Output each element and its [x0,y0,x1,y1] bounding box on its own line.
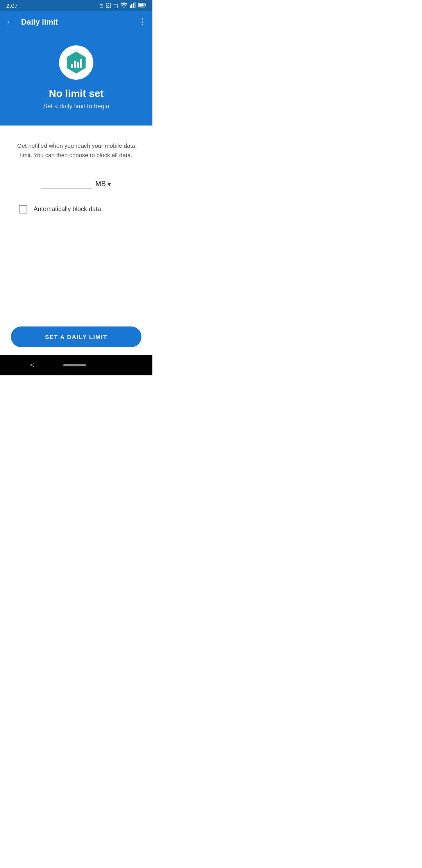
content-area: Get notified when you reach your mobile … [0,126,152,272]
set-daily-limit-button[interactable]: SET A DAILY LIMIT [11,326,141,347]
status-icons: ⊡ 🖼 ▢ [99,2,146,9]
page-title: Daily limit [21,18,58,27]
svg-rect-5 [145,4,147,6]
hero-subtitle: Set a daily limit to begin [43,103,109,110]
nav-back-button[interactable]: < [30,361,34,369]
unit-selector[interactable]: MB ▾ [95,180,111,188]
wifi-icon [120,2,127,9]
image-icon: 🖼 [106,3,111,9]
battery-icon [138,3,146,9]
app-bar: ← Daily limit ⋮ [0,11,152,33]
status-time: 2:07 [6,2,18,9]
svg-rect-2 [133,3,134,8]
app-icon-inner [65,52,87,74]
nav-home-indicator [63,364,86,366]
hero-section: No limit set Set a daily limit to begin [0,33,152,126]
status-bar: 2:07 ⊡ 🖼 ▢ [0,0,152,11]
input-row: MB ▾ [11,179,141,189]
checkbox-row: Automatically block data [11,205,141,213]
signal-icon [130,2,136,9]
nav-bar: < [0,355,152,375]
hero-title: No limit set [49,88,104,100]
limit-input[interactable] [41,179,92,189]
svg-rect-3 [134,2,136,8]
description-text: Get notified when you reach your mobile … [11,141,141,160]
chart-bars-icon [71,57,82,68]
notification-icon: ⊡ [99,3,104,9]
main-content: Get notified when you reach your mobile … [0,126,152,355]
app-icon-circle [59,45,93,80]
app-bar-left: ← Daily limit [6,17,58,27]
checkbox-label: Automatically block data [34,206,101,213]
unit-label: MB [95,180,106,188]
square-icon: ▢ [113,3,118,9]
chevron-down-icon: ▾ [107,180,111,188]
svg-rect-6 [139,4,144,6]
more-options-button[interactable]: ⋮ [138,17,146,27]
svg-rect-0 [130,5,131,8]
auto-block-checkbox[interactable] [19,205,27,213]
svg-rect-1 [131,4,132,8]
back-button[interactable]: ← [6,17,15,27]
bottom-section: SET A DAILY LIMIT [0,320,152,355]
